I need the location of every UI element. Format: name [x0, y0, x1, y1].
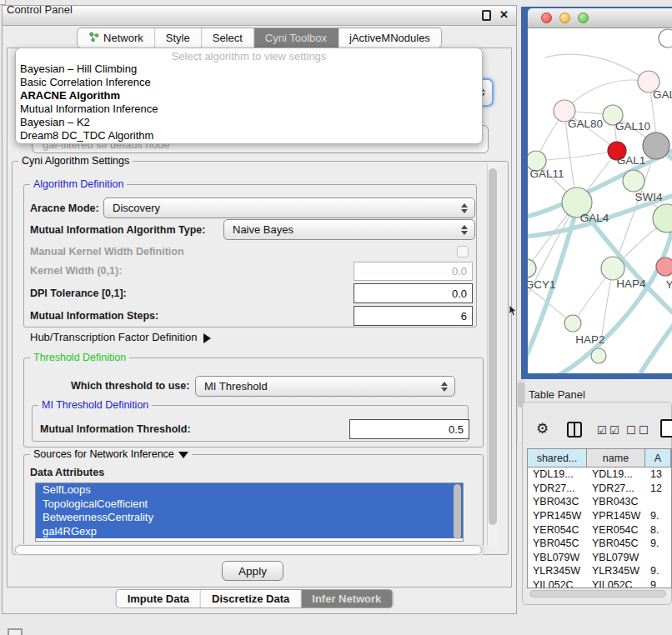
table-row[interactable]: YER054C YER054C 8.: [528, 522, 671, 537]
node-green-bottom[interactable]: [591, 348, 606, 363]
aracne-mode-label: Aracne Mode:: [30, 202, 99, 214]
control-panel-titlebar[interactable]: [3, 6, 516, 26]
spinner-arrows-icon: [461, 203, 468, 213]
column-header-name[interactable]: name: [587, 449, 645, 467]
attribute-item-selected[interactable]: TopologicalCoefficient: [36, 498, 463, 512]
gear-icon[interactable]: ⚙: [536, 420, 549, 438]
node-salmon[interactable]: [656, 258, 672, 276]
manual-kernel-width-checkbox[interactable]: [457, 246, 469, 258]
dropdown-item[interactable]: Basic Correlation Inference: [16, 76, 482, 89]
kernel-width-field[interactable]: 0.0: [354, 262, 473, 281]
sources-group-title[interactable]: Sources for Network Inference: [30, 448, 192, 460]
dropdown-item[interactable]: Mutual Information Inference: [16, 102, 482, 116]
node-label: HAP4: [616, 278, 646, 290]
bottom-left-fragment: [8, 628, 23, 635]
manual-kernel-width-label: Manual Kernel Width Definition: [30, 246, 184, 258]
table-row[interactable]: YIL052C YIL052C 9: [528, 578, 671, 588]
table-row[interactable]: YBL079W YBL079W: [528, 551, 671, 565]
tab-select[interactable]: Select: [202, 28, 254, 48]
dropdown-item[interactable]: Bayesian – Hill Climbing: [16, 62, 482, 76]
algorithm-definition-title: Algorithm Definition: [30, 178, 127, 190]
node-hap4[interactable]: [601, 257, 624, 280]
algorithm-dropdown-list: Select algorithm to view settings Bayesi…: [15, 48, 483, 144]
table-horizontal-scrollbar-thumb[interactable]: [529, 590, 666, 598]
dpi-tolerance-field[interactable]: 0.0: [354, 283, 473, 303]
tab-network[interactable]: Network: [78, 28, 155, 48]
node-label: GAL11: [529, 168, 564, 180]
table-row[interactable]: YBR045C YBR045C 9.: [528, 537, 671, 551]
attribute-list-scrollbar[interactable]: [454, 484, 461, 539]
column-header-partial[interactable]: A: [645, 449, 671, 467]
zoom-traffic-light-icon[interactable]: [578, 12, 589, 23]
checkbox-checked-icon[interactable]: ☑: [597, 424, 607, 437]
hub-section-toggle[interactable]: Hub/Transcription Factor Definition: [30, 331, 211, 343]
node-swi4[interactable]: [623, 170, 644, 192]
node-gcy1[interactable]: [528, 259, 536, 278]
column-header-shared-name[interactable]: shared...: [528, 449, 587, 467]
table-row[interactable]: YLR345W YLR345W 9.: [528, 564, 671, 578]
cyni-bottom-tabs: Impute Data Discretize Data Infer Networ…: [116, 589, 394, 608]
tab-infer-network[interactable]: Infer Network: [301, 590, 392, 608]
checkbox-unchecked-icon[interactable]: ☐: [639, 424, 649, 437]
checkbox-checked-icon[interactable]: ☑: [609, 424, 619, 437]
aracne-mode-combo[interactable]: Discovery: [103, 198, 475, 218]
mi-threshold-group-title: MI Threshold Definition: [38, 399, 152, 411]
node-label: SWI4: [634, 191, 662, 203]
dropdown-placeholder: Select algorithm to view settings: [16, 50, 482, 62]
network-icon: [88, 32, 99, 45]
table-row[interactable]: YDL19... YDL19... 13: [528, 468, 671, 482]
mi-algorithm-type-combo[interactable]: Naive Bayes: [223, 219, 475, 240]
table-header-row: shared... name A: [528, 449, 671, 468]
table-row[interactable]: YBR043C YBR043C: [528, 495, 671, 509]
node-unnamed[interactable]: [659, 29, 672, 48]
document-icon[interactable]: [660, 419, 672, 438]
tab-cyni-toolbox[interactable]: Cyni Toolbox: [254, 28, 339, 48]
control-panel-title: Control Panel: [7, 3, 73, 16]
node-label: GAL: [653, 88, 672, 101]
node-label: GAL4: [580, 212, 609, 224]
which-threshold-combo[interactable]: MI Threshold: [195, 376, 455, 397]
table-row[interactable]: YPR145W YPR145W 9.: [528, 509, 671, 523]
network-view[interactable]: GAL GAL80 GAL10 GAL1 GAL11 SWI4 GAL4 GCY…: [528, 28, 672, 373]
screen: Control Panel ✕ Network Style Select Cyn…: [0, 0, 672, 635]
tab-jactivemnodules[interactable]: jActiveMNodules: [339, 28, 441, 48]
spinner-arrows-icon: [441, 382, 448, 392]
attribute-item-selected[interactable]: BetweennessCentrality: [36, 511, 463, 525]
dropdown-item-selected[interactable]: ARACNE Algorithm: [16, 89, 482, 102]
node-label: GAL1: [617, 154, 646, 167]
cyni-settings-group-title: Cyni Algorithm Settings: [18, 155, 133, 167]
node-label: HAP2: [575, 333, 604, 346]
mi-threshold-label: Mutual Information Threshold:: [40, 423, 191, 435]
tab-discretize-data[interactable]: Discretize Data: [201, 590, 301, 608]
network-canvas[interactable]: GAL GAL80 GAL10 GAL1 GAL11 SWI4 GAL4 GCY…: [528, 28, 672, 373]
dropdown-item[interactable]: Dream8 DC_TDC Algorithm: [16, 129, 482, 142]
checkbox-unchecked-icon[interactable]: ☐: [626, 424, 636, 437]
minimize-traffic-light-icon[interactable]: [559, 12, 570, 23]
float-window-icon[interactable]: [482, 10, 491, 21]
close-icon[interactable]: ✕: [499, 8, 509, 21]
tab-impute-data[interactable]: Impute Data: [117, 590, 201, 608]
node-label: GAL80: [568, 118, 603, 130]
dropdown-item[interactable]: Bayesian – K2: [16, 116, 482, 129]
apply-button[interactable]: Apply: [222, 561, 283, 581]
node-gray[interactable]: [643, 132, 669, 159]
threshold-definition-title: Threshold Definition: [30, 352, 129, 363]
table-row[interactable]: YDR27... YDR27... 12: [528, 482, 671, 496]
attribute-item-selected[interactable]: gal4RGexp: [36, 525, 463, 539]
settings-horizontal-scrollbar-thumb[interactable]: [15, 545, 482, 555]
settings-vertical-scrollbar-thumb[interactable]: [489, 168, 497, 525]
node-label: GCY1: [528, 278, 555, 291]
mi-steps-field[interactable]: 6: [354, 306, 473, 326]
collapsed-arrow-icon: [203, 333, 211, 343]
network-window-titlebar[interactable]: [528, 8, 672, 28]
attribute-item-selected[interactable]: SelfLoops: [36, 483, 463, 498]
close-traffic-light-icon[interactable]: [541, 12, 552, 23]
kernel-width-label: Kernel Width (0,1):: [30, 265, 122, 277]
data-attributes-label: Data Attributes: [30, 467, 104, 478]
node-hap2[interactable]: [564, 315, 581, 332]
mi-threshold-field[interactable]: 0.5: [349, 419, 469, 439]
expanded-arrow-icon: [178, 452, 188, 458]
column-layout-icon[interactable]: [567, 422, 582, 438]
node-table: shared... name A YDL19... YDL19... 13 YD…: [527, 448, 672, 588]
tab-style[interactable]: Style: [155, 28, 202, 48]
